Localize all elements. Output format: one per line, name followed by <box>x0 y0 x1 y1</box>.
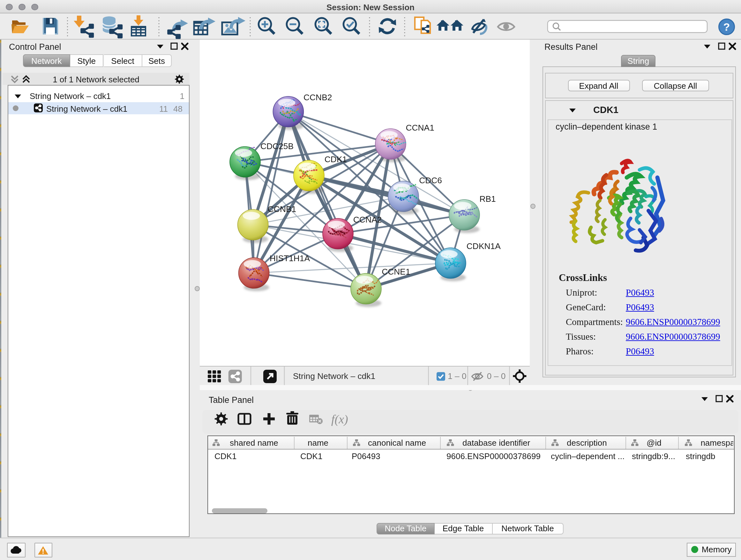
svg-text:namespac: namespac <box>700 438 733 448</box>
svg-text:cyclin–dependent ...: cyclin–dependent ... <box>551 451 624 461</box>
svg-text:@id: @id <box>647 438 662 448</box>
svg-text:CDC6: CDC6 <box>419 176 442 185</box>
svg-text:stringdb:9...: stringdb:9... <box>632 451 675 461</box>
svg-text:RB1: RB1 <box>479 194 495 204</box>
svg-text:HIST1H1A: HIST1H1A <box>270 253 310 263</box>
svg-text:P06493: P06493 <box>352 451 381 461</box>
svg-text:CDK1: CDK1 <box>325 154 347 164</box>
svg-text:canonical name: canonical name <box>368 438 426 448</box>
svg-text:CDKN1A: CDKN1A <box>467 241 501 251</box>
svg-text:CCNE1: CCNE1 <box>382 267 410 276</box>
svg-text:CDK1: CDK1 <box>214 451 237 461</box>
svg-text:CCNB2: CCNB2 <box>304 92 332 102</box>
svg-text:shared name: shared name <box>230 438 278 448</box>
svg-text:0 – 0: 0 – 0 <box>487 372 506 381</box>
svg-text:CCNB1: CCNB1 <box>268 204 296 214</box>
svg-text:database identifier: database identifier <box>462 438 530 448</box>
svg-text:1 – 0: 1 – 0 <box>448 372 467 381</box>
svg-text:?: ? <box>724 21 730 33</box>
svg-text:stringdb: stringdb <box>686 451 716 461</box>
svg-text:CCNA2: CCNA2 <box>353 215 382 225</box>
svg-text:9606.ENSP00000378699: 9606.ENSP00000378699 <box>447 451 541 461</box>
svg-text:CDC25B: CDC25B <box>260 141 293 151</box>
svg-text:name: name <box>308 438 328 448</box>
svg-text:description: description <box>567 438 607 448</box>
svg-text:String Network – cdk1: String Network – cdk1 <box>293 372 375 381</box>
svg-text:CDK1: CDK1 <box>300 451 322 461</box>
svg-text:f(x): f(x) <box>331 413 348 426</box>
svg-text:CCNA1: CCNA1 <box>406 123 434 132</box>
